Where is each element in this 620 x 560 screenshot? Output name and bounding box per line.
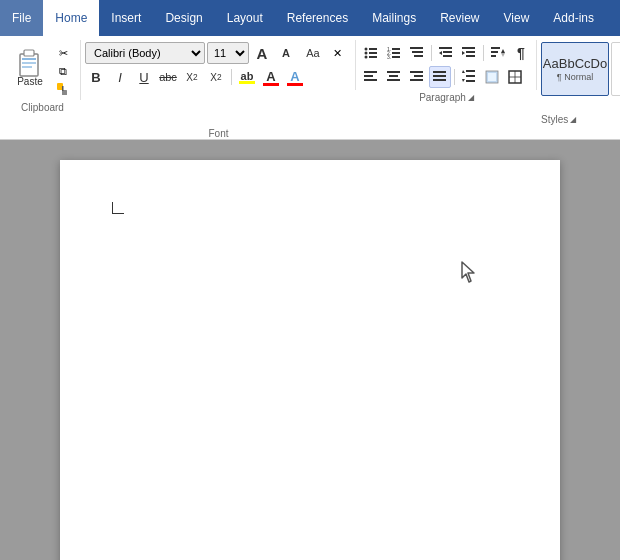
paste-button[interactable]: Paste	[10, 42, 50, 89]
superscript-button[interactable]: X2	[205, 66, 227, 88]
svg-rect-21	[410, 47, 423, 49]
font-label: Font	[81, 126, 356, 139]
svg-rect-1	[24, 50, 34, 56]
svg-rect-34	[491, 55, 496, 57]
justify-icon	[433, 70, 447, 84]
font-size-select[interactable]: 11	[207, 42, 249, 64]
sort-button[interactable]	[487, 42, 509, 64]
svg-rect-10	[369, 48, 377, 50]
text-cursor	[112, 202, 124, 214]
change-case-button[interactable]: Aa	[299, 42, 327, 64]
svg-rect-22	[412, 51, 423, 53]
svg-marker-31	[462, 51, 465, 55]
svg-rect-38	[364, 75, 373, 77]
numbering-icon: 1. 2. 3.	[387, 46, 401, 60]
cut-button[interactable]: ✂	[52, 44, 74, 62]
para-row1: 1. 2. 3.	[360, 42, 532, 64]
align-right-button[interactable]	[406, 66, 428, 88]
svg-rect-39	[364, 79, 377, 81]
svg-marker-27	[439, 51, 442, 55]
numbering-button[interactable]: 1. 2. 3.	[383, 42, 405, 64]
paragraph-shading-button[interactable]	[481, 66, 503, 88]
increase-indent-icon	[462, 46, 476, 60]
svg-rect-14	[369, 56, 377, 58]
menu-design[interactable]: Design	[153, 0, 214, 36]
svg-rect-0	[20, 54, 38, 76]
menu-bar: File Home Insert Design Layout Reference…	[0, 0, 620, 36]
svg-rect-45	[410, 79, 423, 81]
menu-review[interactable]: Review	[428, 0, 491, 36]
svg-rect-3	[22, 62, 36, 64]
shading-button[interactable]: A	[284, 66, 306, 88]
line-spacing-button[interactable]	[458, 66, 480, 88]
decrease-indent-button[interactable]	[435, 42, 457, 64]
strikethrough-button[interactable]: abc	[157, 66, 179, 88]
document-area	[0, 140, 620, 560]
show-marks-button[interactable]: ¶	[510, 42, 532, 64]
borders-button[interactable]	[504, 66, 526, 88]
format-painter-button[interactable]	[52, 80, 74, 98]
font-shrink-button[interactable]: A	[275, 42, 297, 64]
document-page[interactable]	[60, 160, 560, 560]
menu-insert[interactable]: Insert	[99, 0, 153, 36]
paragraph-expand-icon[interactable]: ◢	[468, 93, 474, 102]
align-center-button[interactable]	[383, 66, 405, 88]
italic-button[interactable]: I	[109, 66, 131, 88]
svg-rect-48	[433, 79, 446, 81]
multilevel-button[interactable]	[406, 42, 428, 64]
menu-mailings[interactable]: Mailings	[360, 0, 428, 36]
style-normal[interactable]: AaBbCcDo ¶ Normal	[541, 42, 609, 96]
svg-point-11	[365, 52, 368, 55]
clear-format-button[interactable]: ✕	[329, 42, 351, 64]
svg-marker-36	[501, 53, 505, 57]
menu-references[interactable]: References	[275, 0, 360, 36]
svg-marker-59	[462, 262, 474, 282]
underline-button[interactable]: U	[133, 66, 155, 88]
align-center-icon	[387, 70, 401, 84]
style-no-spacing[interactable]: AaBbC No Sp...	[611, 42, 620, 96]
svg-rect-55	[488, 73, 496, 81]
format-painter-icon	[55, 81, 71, 97]
align-right-icon	[410, 70, 424, 84]
font-row1: Calibri (Body) 11 A A Aa ✕	[85, 42, 351, 64]
bullets-button[interactable]	[360, 42, 382, 64]
svg-rect-43	[410, 71, 423, 73]
copy-button[interactable]: ⧉	[52, 62, 74, 80]
line-spacing-icon	[462, 70, 476, 84]
menu-view[interactable]: View	[492, 0, 542, 36]
svg-rect-49	[466, 70, 475, 72]
svg-rect-32	[491, 47, 500, 49]
font-grow-button[interactable]: A	[251, 42, 273, 64]
svg-rect-30	[466, 55, 475, 57]
svg-point-9	[365, 48, 368, 51]
align-left-button[interactable]	[360, 66, 382, 88]
clipboard-controls: Paste ✂ ⧉	[4, 40, 81, 100]
font-name-select[interactable]: Calibri (Body)	[85, 42, 205, 64]
paragraph-group: 1. 2. 3.	[356, 40, 537, 139]
bold-button[interactable]: B	[85, 66, 107, 88]
svg-marker-53	[462, 79, 465, 82]
subscript-button[interactable]: X2	[181, 66, 203, 88]
increase-indent-button[interactable]	[458, 42, 480, 64]
para-shading-icon	[485, 70, 499, 84]
styles-expand-icon[interactable]: ◢	[570, 115, 576, 124]
styles-label: Styles ◢	[537, 112, 620, 125]
paragraph-controls: 1. 2. 3.	[356, 40, 537, 90]
menu-layout[interactable]: Layout	[215, 0, 275, 36]
paste-label: Paste	[17, 76, 43, 87]
text-highlight-button[interactable]: ab	[236, 66, 258, 88]
svg-rect-44	[414, 75, 423, 77]
menu-home[interactable]: Home	[43, 0, 99, 36]
menu-addins[interactable]: Add-ins	[541, 0, 606, 36]
mouse-cursor-icon	[460, 260, 480, 284]
justify-button[interactable]	[429, 66, 451, 88]
font-row2: B I U abc X2 X2 ab A	[85, 66, 351, 88]
svg-rect-47	[433, 75, 446, 77]
font-color-button[interactable]: A	[260, 66, 282, 88]
menu-file[interactable]: File	[0, 0, 43, 36]
svg-rect-29	[466, 51, 475, 53]
svg-rect-37	[364, 71, 377, 73]
svg-rect-42	[387, 79, 400, 81]
para-row2	[360, 66, 532, 88]
sort-icon	[491, 46, 505, 60]
